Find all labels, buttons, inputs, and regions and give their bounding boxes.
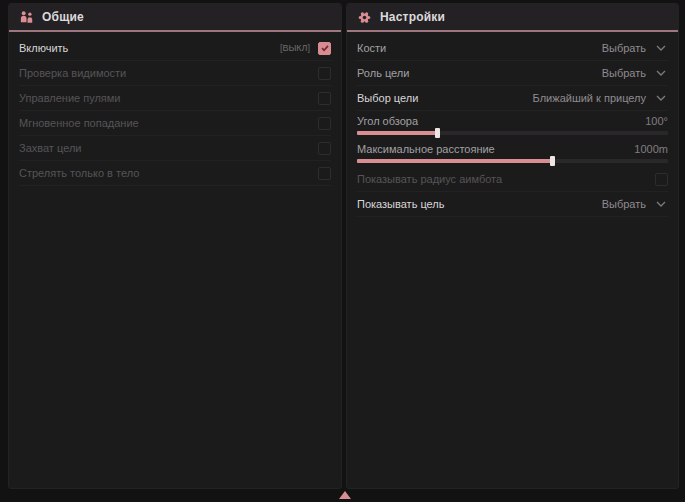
- panel-settings: Настройки Кости Выбрать Роль цели Выбрат…: [346, 3, 679, 489]
- panel-title: Настройки: [380, 10, 445, 24]
- target-choice-dropdown[interactable]: Ближайший к прицелу: [533, 92, 668, 104]
- row-fov: Угол обзора 100°: [357, 111, 668, 139]
- fov-slider-head: Угол обзора 100°: [357, 113, 668, 129]
- shoot-body-only-checkbox[interactable]: [318, 167, 331, 180]
- checkmark-icon: [320, 43, 330, 53]
- row-bones: Кости Выбрать: [357, 36, 668, 61]
- row-label: Кости: [357, 42, 602, 54]
- row-label: Роль цели: [357, 67, 602, 79]
- fov-value: 100°: [645, 115, 668, 127]
- row-label: Включить: [19, 42, 280, 54]
- row-label: Стрелять только в тело: [19, 167, 318, 179]
- dropdown-value: Выбрать: [602, 198, 646, 210]
- target-lock-checkbox[interactable]: [318, 142, 331, 155]
- panel-settings-header: Настройки: [347, 4, 678, 32]
- bones-dropdown[interactable]: Выбрать: [602, 42, 668, 54]
- max-distance-slider[interactable]: [357, 159, 668, 163]
- panel-settings-body: Кости Выбрать Роль цели Выбрать: [347, 32, 678, 217]
- row-target-choice: Выбор цели Ближайший к прицелу: [357, 86, 668, 111]
- row-label: Выбор цели: [357, 92, 533, 104]
- fov-slider-fill: [357, 131, 438, 135]
- row-shoot-body-only: Стрелять только в тело: [19, 161, 331, 186]
- gear-icon: [357, 10, 372, 25]
- fov-slider[interactable]: [357, 131, 668, 135]
- row-label: Показывать радиус аимбота: [357, 173, 655, 185]
- row-target-lock: Захват цели: [19, 136, 331, 161]
- row-show-aimbot-radius: Показывать радиус аимбота: [357, 167, 668, 192]
- mod-menu-window: Общие Включить [ВЫКЛ] Проверка видимости…: [0, 0, 685, 502]
- row-enable: Включить [ВЫКЛ]: [19, 36, 331, 61]
- row-label: Максимальное расстояние: [357, 143, 634, 155]
- dropdown-value: Выбрать: [602, 67, 646, 79]
- scroll-up-arrow-icon[interactable]: [339, 491, 351, 499]
- max-distance-slider-head: Максимальное расстояние 1000m: [357, 141, 668, 157]
- row-label: Захват цели: [19, 142, 318, 154]
- row-show-target: Показывать цель Выбрать: [357, 192, 668, 217]
- enable-checkbox[interactable]: [318, 42, 331, 55]
- row-instant-hit: Мгновенное попадание: [19, 111, 331, 136]
- bullet-control-checkbox[interactable]: [318, 92, 331, 105]
- panel-general: Общие Включить [ВЫКЛ] Проверка видимости…: [8, 3, 342, 489]
- row-label: Угол обзора: [357, 115, 645, 127]
- panel-title: Общие: [42, 10, 84, 24]
- chevron-down-icon: [656, 95, 666, 101]
- row-visibility-check: Проверка видимости: [19, 61, 331, 86]
- show-target-dropdown[interactable]: Выбрать: [602, 198, 668, 210]
- row-label: Управление пулями: [19, 92, 318, 104]
- hotkey-tag: [ВЫКЛ]: [280, 43, 310, 53]
- chevron-down-icon: [656, 201, 666, 207]
- panel-general-body: Включить [ВЫКЛ] Проверка видимости Управ…: [9, 32, 341, 186]
- dropdown-value: Ближайший к прицелу: [533, 92, 646, 104]
- fov-slider-handle[interactable]: [435, 128, 440, 138]
- max-distance-slider-handle[interactable]: [550, 156, 555, 166]
- people-icon: [19, 10, 34, 25]
- dropdown-value: Выбрать: [602, 42, 646, 54]
- row-target-role: Роль цели Выбрать: [357, 61, 668, 86]
- max-distance-slider-fill: [357, 159, 553, 163]
- row-label: Мгновенное попадание: [19, 117, 318, 129]
- row-max-distance: Максимальное расстояние 1000m: [357, 139, 668, 167]
- chevron-down-icon: [656, 45, 666, 51]
- visibility-check-checkbox[interactable]: [318, 67, 331, 80]
- show-aimbot-radius-checkbox[interactable]: [655, 173, 668, 186]
- max-distance-value: 1000m: [634, 143, 668, 155]
- row-label: Проверка видимости: [19, 67, 318, 79]
- target-role-dropdown[interactable]: Выбрать: [602, 67, 668, 79]
- row-bullet-control: Управление пулями: [19, 86, 331, 111]
- row-label: Показывать цель: [357, 198, 602, 210]
- instant-hit-checkbox[interactable]: [318, 117, 331, 130]
- chevron-down-icon: [656, 70, 666, 76]
- panel-general-header: Общие: [9, 4, 341, 32]
